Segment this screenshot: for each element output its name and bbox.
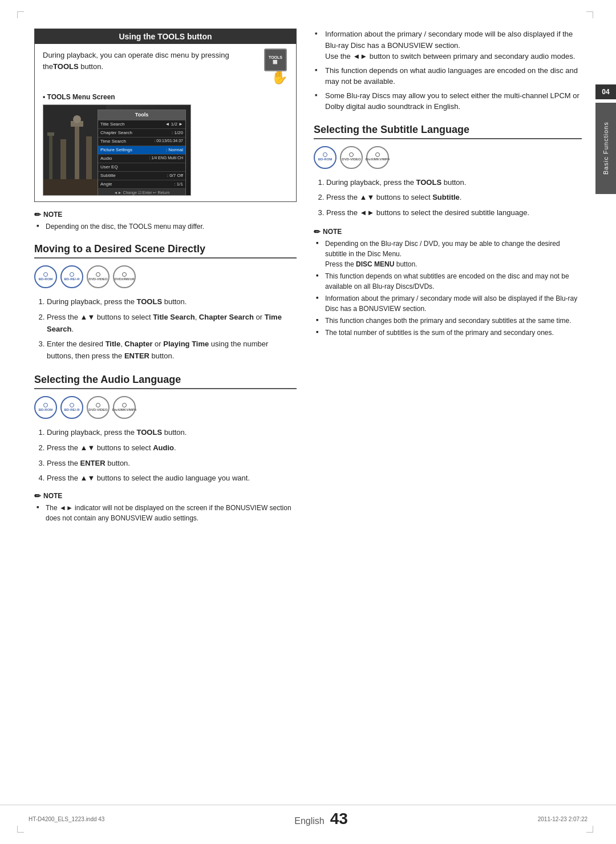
tools-box-content: During playback, you can operate disc me… <box>35 44 296 201</box>
audio-disc-badges: BD-ROM BD-RE/-R DVD-VIDEO DivX/MKV/MP4 <box>34 396 297 419</box>
audio-badge-bd-re-label: BD-RE/-R <box>64 408 80 412</box>
badge-bd-re-label: BD-RE/-R <box>64 277 80 281</box>
disc-circle <box>70 403 74 407</box>
menu-row-user-eq: User EQ <box>98 163 185 172</box>
subtitle-step-2: Press the ▲▼ buttons to select Subtitle. <box>326 192 582 204</box>
page-number-area: English 43 <box>294 810 348 828</box>
subtitle-badge-dvd: DVD-VIDEO <box>340 146 363 169</box>
svg-rect-5 <box>73 115 81 123</box>
disc-circle <box>122 272 127 277</box>
note-subtitle-item-4: This function changes both the primary a… <box>314 316 582 326</box>
tools-intro-text: During playback, you can operate disc me… <box>43 50 258 72</box>
subtitle-section-header: Selecting the Subtitle Language <box>314 124 582 139</box>
disc-circle <box>375 152 380 157</box>
chapter-number: 04 <box>595 84 616 99</box>
subtitle-step-1: During playback, press the TOOLS button. <box>326 177 582 189</box>
subtitle-badge-dvd-label: DVD-VIDEO <box>342 158 360 161</box>
subtitle-disc-badges: BD-ROM DVD-VIDEO DivX/MKV/MP4 <box>314 146 582 169</box>
svg-rect-7 <box>86 136 92 185</box>
note-subtitle-item-5: The total number of subtitles is the sum… <box>314 328 582 338</box>
corner-tr <box>586 11 593 18</box>
content-area: Using the TOOLS button During playback, … <box>34 29 582 529</box>
left-column: Using the TOOLS button During playback, … <box>34 29 297 529</box>
note-subtitle-title: ✏ NOTE <box>314 227 582 236</box>
menu-overlay-footer: ◄► Change ☑ Enter ↩ Return <box>98 189 185 196</box>
svg-rect-8 <box>43 179 106 196</box>
note-tools-title: ✏ NOTE <box>34 210 297 219</box>
subtitle-badge-bd-rom-label: BD-ROM <box>318 158 333 161</box>
pencil-icon: ✏ <box>34 210 41 219</box>
tools-menu-screen-image: Tools Title Search◄ 1/2 ► Chapter Search… <box>43 104 191 196</box>
subtitle-steps-list: During playback, press the TOOLS button.… <box>314 177 582 219</box>
menu-row-subtitle: Subtitle: 0/7 Off <box>98 172 185 180</box>
badge-bd-rom: BD-ROM <box>34 265 57 288</box>
subtitle-step-3: Press the ◄► buttons to select the desir… <box>326 207 582 219</box>
pencil-icon-2: ✏ <box>34 491 41 500</box>
note-tools: ✏ NOTE Depending on the disc, the TOOLS … <box>34 210 297 232</box>
audio-section-header: Selecting the Audio Language <box>34 374 297 389</box>
tools-menu-screen-label: • TOOLS Menu Screen <box>43 92 288 102</box>
page-number-label: English <box>294 816 324 826</box>
badge-dvd-video-label: DVD-VIDEO <box>88 277 107 281</box>
note-subtitle: ✏ NOTE Depending on the Blu-ray Disc / D… <box>314 227 582 338</box>
background-scene <box>43 105 106 196</box>
audio-step-1: During playback, press the TOOLS button. <box>47 427 297 439</box>
audio-bullet-3: Some Blu-ray Discs may allow you to sele… <box>314 90 582 112</box>
note-audio-title: ✏ NOTE <box>34 491 297 500</box>
subtitle-badge-bd-rom: BD-ROM <box>314 146 337 169</box>
badge-bd-re: BD-RE/-R <box>60 265 83 288</box>
right-column: Information about the primary / secondar… <box>314 29 582 529</box>
moving-section-header: Moving to a Desired Scene Directly <box>34 243 297 259</box>
footer-right-text: 2011-12-23 2:07:22 <box>538 816 587 822</box>
disc-circle <box>323 152 327 157</box>
audio-info-bullets: Information about the primary / secondar… <box>314 29 582 112</box>
audio-badge-divx-label: DivX/MKV/MP4 <box>112 408 136 412</box>
chapter-title: Basic Functions <box>595 103 616 194</box>
badge-dvdrw: DVD±RW/±R <box>113 265 136 288</box>
disc-circle <box>122 403 127 407</box>
audio-badge-bd-re: BD-RE/-R <box>60 396 83 419</box>
audio-steps-list: During playback, press the TOOLS button.… <box>34 427 297 484</box>
subtitle-badge-divx-label: DivX/MKV/MP4 <box>366 158 390 161</box>
moving-step-3: Enter the desired Title, Chapter or Play… <box>47 338 297 362</box>
tools-box-header: Using the TOOLS button <box>35 29 296 44</box>
audio-badge-dvd: DVD-VIDEO <box>87 396 110 419</box>
audio-badge-dvd-label: DVD-VIDEO <box>88 408 107 412</box>
footer-left-text: HT-D4200_ELS_1223.indd 43 <box>29 816 104 822</box>
page-footer: HT-D4200_ELS_1223.indd 43 English 43 201… <box>0 805 616 828</box>
disc-circle <box>96 272 100 277</box>
note-audio: ✏ NOTE The ◄► indicator will not be disp… <box>34 491 297 523</box>
page-container: 04 Basic Functions Using the TOOLS butto… <box>0 0 616 844</box>
audio-bullet-2: This function depends on what audio lang… <box>314 65 582 87</box>
svg-rect-6 <box>60 139 66 185</box>
audio-bullet-1: Information about the primary / secondar… <box>314 29 582 62</box>
note-subtitle-item-2: This function depends on what subtitles … <box>314 271 582 292</box>
audio-badge-divx: DivX/MKV/MP4 <box>113 396 136 419</box>
audio-step-4: Press the ▲▼ buttons to select the audio… <box>47 473 297 484</box>
note-subtitle-item-1: Depending on the Blu-ray Disc / DVD, you… <box>314 239 582 269</box>
badge-bd-rom-label: BD-ROM <box>39 277 53 281</box>
note-subtitle-item-3: Information about the primary / secondar… <box>314 293 582 314</box>
menu-overlay-title: Tools <box>98 110 185 120</box>
moving-step-1: During playback, press the TOOLS button. <box>47 296 297 308</box>
audio-badge-bd-rom: BD-ROM <box>34 396 57 419</box>
svg-rect-2 <box>47 132 54 136</box>
moving-steps-list: During playback, press the TOOLS button.… <box>34 296 297 362</box>
pencil-icon-3: ✏ <box>314 227 321 236</box>
disc-circle <box>70 272 74 277</box>
note-audio-item-1: The ◄► indicator will not be displayed o… <box>34 503 297 523</box>
badge-dvdrw-label: DVD±RW/±R <box>114 277 134 281</box>
audio-badge-bd-rom-label: BD-ROM <box>39 408 53 412</box>
disc-circle <box>43 272 48 277</box>
corner-tl <box>17 11 24 18</box>
menu-row-audio: Audio: 1/4 ENG Multi CH <box>98 155 185 163</box>
subtitle-badge-divx: DivX/MKV/MP4 <box>366 146 389 169</box>
moving-step-2: Press the ▲▼ buttons to select Title Sea… <box>47 312 297 336</box>
disc-circle <box>43 403 48 407</box>
menu-row-angle: Angle: 1/1 <box>98 180 185 189</box>
audio-step-2: Press the ▲▼ buttons to select Audio. <box>47 442 297 454</box>
menu-row-picture: Picture Settings: Normal <box>98 146 185 155</box>
page-number: 43 <box>330 810 348 828</box>
menu-row-title-search: Title Search◄ 1/2 ► <box>98 120 185 129</box>
audio-step-3: Press the ENTER button. <box>47 458 297 470</box>
